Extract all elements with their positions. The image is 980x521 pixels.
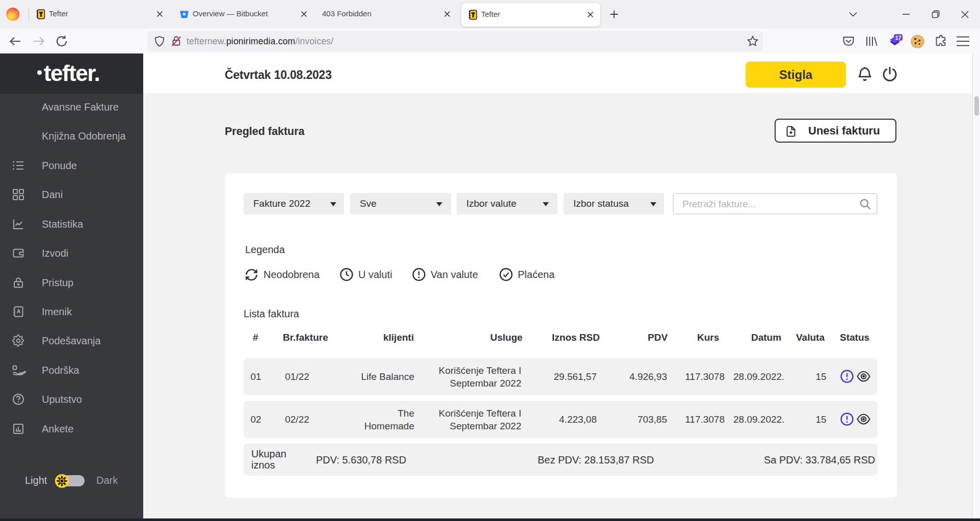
svg-text:17: 17 <box>895 35 901 41</box>
